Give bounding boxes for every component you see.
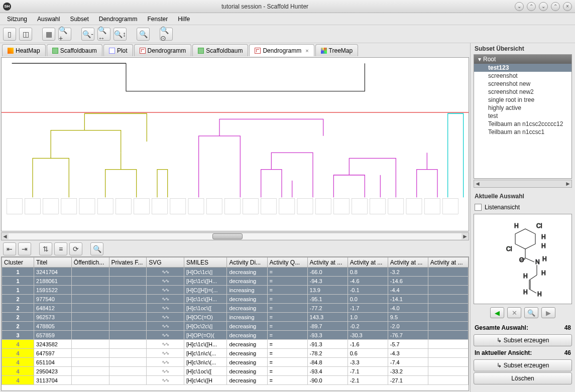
svg-rect-11 <box>188 198 204 214</box>
tree-item[interactable]: single root in tree <box>474 96 571 104</box>
svg-text:H: H <box>537 291 542 298</box>
tab-plot[interactable]: Plot <box>103 44 133 56</box>
svg-text:H: H <box>542 255 547 263</box>
zoom-region-button[interactable]: 🔍⊙ <box>160 28 173 41</box>
zoom-fit-h-button[interactable]: 🔍↔ <box>97 28 110 41</box>
svg-rect-22 <box>388 198 404 214</box>
table-row[interactable]: 2977540∿∿[H]c\1c\([H...decreasing=-95.10… <box>2 295 469 304</box>
table-zoom-button[interactable]: 🔍 <box>90 242 103 255</box>
table-row[interactable]: 2648412∿∿[H]c\1oc\([decreasing=-77.2-1.7… <box>2 304 469 313</box>
zoom-out-button[interactable]: 🔍- <box>81 28 94 41</box>
col-header[interactable]: Titel <box>34 257 72 268</box>
prev-molecule-button[interactable]: ◀ <box>490 307 504 318</box>
rows-button[interactable]: ≡ <box>54 242 67 255</box>
maximize-button[interactable]: ⌃ <box>551 2 560 11</box>
zoom-in-button[interactable]: 🔍+ <box>58 28 71 41</box>
svg-rect-4 <box>61 198 77 214</box>
dendrogram-hscroll[interactable]: ◄► <box>1 232 469 240</box>
tree-item[interactable]: Teilbaum an n1csc2ccccc12 <box>474 120 571 128</box>
shade-down-button[interactable]: ⌄ <box>515 2 524 11</box>
svg-rect-14 <box>243 198 259 214</box>
svg-rect-6 <box>97 198 113 214</box>
col-header[interactable]: Öffentlich... <box>71 257 109 268</box>
menu-sitzung[interactable]: Sitzung <box>3 15 31 24</box>
table-row[interactable]: 2478805∿∿[H]Oc\2c\(|decreasing=-89.7-0.2… <box>2 322 469 331</box>
next-molecule-button[interactable]: ▶ <box>541 307 555 318</box>
menu-hilfe[interactable]: Hilfe <box>174 15 194 24</box>
tree-item[interactable]: highly active <box>474 104 571 112</box>
table-row[interactable]: 4651104∿∿[H]c\3n\c\(...decreasing=-84.8-… <box>2 358 469 367</box>
remove-molecule-button[interactable]: ✕ <box>507 307 521 318</box>
col-header[interactable]: Activity Di... <box>227 257 267 268</box>
dendrogram-canvas[interactable] <box>1 57 469 231</box>
create-subset-total-button[interactable]: ↳ Subset erzeugen <box>474 334 572 346</box>
table-row[interactable]: 43243582∿∿[H]c\1c\([H...decreasing=-91.3… <box>2 340 469 349</box>
table-row[interactable]: 42950423∿∿[H]c\1oc\([decreasing=-93.4-7.… <box>2 367 469 376</box>
layout-split-button[interactable]: ◫ <box>19 28 32 41</box>
refresh-button[interactable]: ⟳ <box>69 242 82 255</box>
listview-checkbox-row[interactable]: Listenansicht <box>474 202 572 213</box>
svg-rect-16 <box>279 198 295 214</box>
view-tabs: HeatMapScaffoldbaumPlotDendrogrammScaffo… <box>0 43 470 56</box>
tree-item[interactable]: screenshot new <box>474 80 571 88</box>
layout-left-button[interactable]: ▯ <box>3 28 16 41</box>
tree-root[interactable]: ▾ Root <box>474 55 571 64</box>
col-header[interactable]: SMILES <box>184 257 227 268</box>
tab-dendrogramm[interactable]: Dendrogramm <box>134 44 192 56</box>
listview-checkbox[interactable] <box>475 204 482 211</box>
minimize-button[interactable]: ⌄ <box>539 2 548 11</box>
collapse-left-button[interactable]: ⇤ <box>3 242 16 255</box>
tab-treemap[interactable]: TreeMap <box>315 44 359 56</box>
expand-right-button[interactable]: ⇥ <box>18 242 31 255</box>
col-header[interactable]: Cluster <box>2 257 34 268</box>
zoom-molecule-button[interactable]: 🔍 <box>524 307 538 318</box>
table-row[interactable]: 11591522∿∿[H]C([H])=(...increasing=13.9-… <box>2 286 469 295</box>
col-header[interactable]: Activity at ... <box>428 257 468 268</box>
table-row[interactable]: 3657859∿∿[H]OP(=O)(decreasing=-93.3-30.3… <box>2 331 469 340</box>
tree-item[interactable]: test123 <box>474 64 571 72</box>
tab-heatmap[interactable]: HeatMap <box>2 44 46 56</box>
menu-auswahl[interactable]: Auswahl <box>33 15 64 24</box>
grid-button[interactable]: ▦ <box>42 28 55 41</box>
table-row[interactable]: 43113704∿∿[H]c\4c\([Hdecreasing=-90.0-2.… <box>2 376 469 385</box>
sort-up-button[interactable]: ⇅ <box>39 242 52 255</box>
zoom-fit-v-button[interactable]: 🔍↕ <box>113 28 127 41</box>
subset-hscroll[interactable]: ◄► <box>474 180 572 188</box>
tree-item[interactable]: Teilbaum an n1ccsc1 <box>474 128 571 136</box>
tree-item[interactable]: screenshot <box>474 72 571 80</box>
titlebar: SH tutorial session - Scaffold Hunter ⌄ … <box>0 0 575 13</box>
col-header[interactable]: Privates F... <box>109 257 147 268</box>
ti-treemap-icon <box>321 48 327 54</box>
close-button[interactable]: × <box>563 2 572 11</box>
svg-line-36 <box>525 258 534 262</box>
tab-dendrogramm[interactable]: Dendrogramm× <box>249 44 314 56</box>
subset-tree[interactable]: ▾ Root test123screenshotscreenshot newsc… <box>474 54 572 179</box>
col-header[interactable]: Activity at ... <box>348 257 388 268</box>
svg-rect-7 <box>116 198 131 214</box>
table-row[interactable]: 12188061∿∿[H]c\1c\([H...decreasing=-94.3… <box>2 277 469 286</box>
col-header[interactable]: Activity at ... <box>307 257 348 268</box>
shade-up-button[interactable]: ⌃ <box>527 2 536 11</box>
svg-rect-5 <box>79 198 95 214</box>
tree-item[interactable]: test <box>474 112 571 120</box>
data-table[interactable]: ClusterTitelÖffentlich...Privates F...SV… <box>1 256 469 391</box>
col-header[interactable]: Activity at ... <box>388 257 428 268</box>
create-subset-view-button[interactable]: ↳ Subset erzeugen <box>474 359 572 371</box>
col-header[interactable]: Activity Q... <box>267 257 307 268</box>
table-row[interactable]: 13241704∿∿[H]Oc\1c\(|decreasing=-66.00.8… <box>2 268 469 277</box>
table-row[interactable]: 4647597∿∿[H]c\1n\c\(...decreasing=-78.20… <box>2 349 469 358</box>
delete-button[interactable]: Löschen <box>474 372 572 384</box>
tab-close-icon[interactable]: × <box>305 48 308 54</box>
menu-fenster[interactable]: Fenster <box>143 15 172 24</box>
col-header[interactable]: SVG <box>147 257 184 268</box>
menu-dendrogramm[interactable]: Dendrogramm <box>95 15 142 24</box>
tab-scaffoldbaum[interactable]: Scaffoldbaum <box>192 44 248 56</box>
tab-scaffoldbaum[interactable]: Scaffoldbaum <box>47 44 102 56</box>
inview-selection-label: In aktueller Ansicht: <box>475 349 532 356</box>
molecule-preview: Cl Cl H H H O N H <box>474 214 572 304</box>
listview-label: Listenansicht <box>485 204 520 211</box>
table-row[interactable]: 2962573∿∿[H]OC(=O)increasing=143.31.09.5 <box>2 313 469 322</box>
tree-item[interactable]: screenshot new2 <box>474 88 571 96</box>
menu-subset[interactable]: Subset <box>66 15 92 24</box>
zoom-reset-button[interactable]: 🔍 <box>137 28 150 41</box>
